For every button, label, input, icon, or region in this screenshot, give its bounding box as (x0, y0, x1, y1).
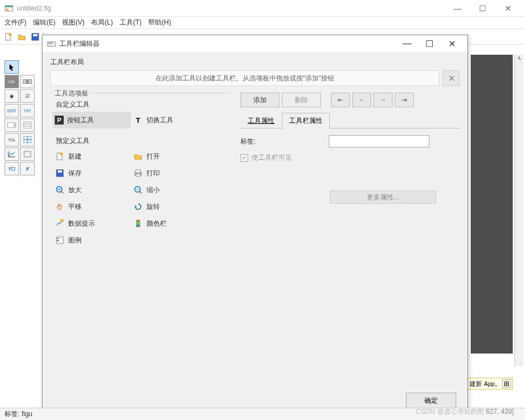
tool-item-open[interactable]: 打开 (131, 148, 209, 165)
svg-rect-42 (57, 240, 59, 241)
layout-drop-area[interactable]: 在此添加工具以创建工具栏。从选项板中拖放或按"添加"按钮 (50, 70, 439, 86)
app-icon (4, 4, 13, 13)
slider-tool-icon[interactable] (20, 75, 35, 88)
tool-item-save[interactable]: 保存 (53, 165, 131, 182)
datatip-icon (55, 218, 65, 228)
svg-rect-23 (50, 42, 52, 44)
watermark: CSDN @虚心求知的熊 627, 439] (416, 407, 514, 417)
print-icon (133, 168, 143, 178)
toggle-icon: T (133, 115, 143, 125)
tool-palette: OK ◉ ☑ EDIT TXT TGL T☐ X (4, 60, 38, 175)
panel-tool-icon[interactable] (20, 147, 35, 161)
menu-file[interactable]: 文件(F) (4, 18, 26, 27)
svg-line-32 (62, 192, 63, 193)
move-first-icon[interactable]: ⇤ (331, 93, 350, 107)
button-group-icon[interactable]: T☐ (4, 162, 19, 175)
toolbar-editor-dialog: 工具栏编辑器 — ☐ ✕ 工具栏布局 在此添加工具以创建工具栏。从选项板中拖放或… (42, 35, 468, 414)
vertical-scrollbar[interactable]: ∧ (514, 55, 523, 366)
dialog-maximize-button[interactable]: ☐ (418, 36, 441, 51)
checkbox-tool-icon[interactable]: ☑ (20, 89, 35, 103)
predef-tools-label: 预定义工具 (53, 134, 227, 148)
activex-tool-icon[interactable]: X (20, 162, 35, 175)
open-file-icon[interactable] (16, 31, 28, 43)
tool-item-pan[interactable]: 平移 (53, 198, 131, 215)
svg-rect-10 (13, 122, 16, 128)
svg-rect-8 (26, 79, 29, 84)
menu-layout[interactable]: 布局(L) (91, 18, 113, 27)
ok-button[interactable]: 确定 (406, 393, 456, 408)
tool-item-print[interactable]: 打印 (131, 165, 209, 182)
hint-text: 建新 App。 (470, 380, 501, 388)
close-button[interactable]: ✕ (495, 0, 521, 17)
move-left-icon[interactable]: ← (352, 93, 371, 107)
svg-rect-39 (136, 220, 140, 227)
pointer-tool-icon[interactable] (4, 60, 19, 74)
ok-button-tool-icon[interactable]: OK (4, 75, 19, 88)
move-last-icon[interactable]: ⇥ (395, 93, 414, 107)
hint-expand-icon[interactable]: ⊞ (502, 379, 511, 388)
dialog-minimize-button[interactable]: — (396, 36, 418, 51)
open-icon (133, 151, 143, 161)
svg-rect-29 (136, 170, 140, 173)
tool-item-toggle[interactable]: T 切换工具 (131, 112, 209, 128)
visible-label: 使工具栏可见 (252, 153, 292, 163)
svg-rect-41 (57, 238, 59, 239)
delete-button[interactable]: 删除 (282, 93, 321, 107)
tab-toolbar-properties[interactable]: 工具栏属性 (282, 113, 330, 128)
canvas-area[interactable] (471, 55, 513, 354)
svg-rect-20 (25, 152, 30, 156)
radio-tool-icon[interactable]: ◉ (4, 89, 19, 103)
save-icon (55, 168, 65, 178)
layout-clear-button[interactable]: ✕ (443, 70, 460, 86)
menu-view[interactable]: 视图(V) (62, 18, 84, 27)
tab-tool-properties[interactable]: 工具属性 (240, 113, 282, 128)
dialog-titlebar: 工具栏编辑器 — ☐ ✕ (42, 35, 467, 52)
layout-section-label: 工具栏布局 (50, 58, 460, 67)
listbox-tool-icon[interactable] (20, 118, 35, 132)
tool-item-legend[interactable]: 图例 (53, 232, 131, 249)
maximize-button[interactable]: ☐ (470, 0, 495, 17)
svg-point-4 (9, 33, 12, 36)
axes-tool-icon[interactable] (4, 147, 19, 161)
text-tool-icon[interactable]: TXT (20, 104, 35, 117)
main-titlebar: untitled2.fig — ☐ ✕ (0, 0, 525, 17)
new-file-icon[interactable] (2, 31, 15, 43)
tool-item-colorbar[interactable]: 颜色栏 (131, 215, 209, 232)
move-right-icon[interactable]: → (373, 93, 392, 107)
tool-item-zoomout[interactable]: 缩小 (131, 182, 209, 198)
colorbar-icon (133, 218, 143, 228)
svg-rect-2 (6, 8, 8, 11)
svg-rect-22 (48, 42, 50, 44)
new-icon (55, 151, 65, 161)
tool-item-datatip[interactable]: 数据提示 (53, 215, 131, 232)
pushbutton-icon: P (55, 116, 64, 125)
visible-checkbox[interactable]: ✓ (240, 154, 248, 162)
menu-tools[interactable]: 工具(T) (120, 18, 141, 27)
tool-item-rotate[interactable]: 旋转 (131, 198, 209, 215)
rotate-icon (133, 202, 143, 212)
svg-rect-38 (60, 219, 63, 222)
menu-help[interactable]: 帮助(H) (148, 18, 171, 27)
add-button[interactable]: 添加 (240, 93, 280, 107)
zoom-in-icon (55, 185, 65, 195)
tool-item-zoomin[interactable]: 放大 (53, 182, 131, 198)
edit-tool-icon[interactable]: EDIT (4, 104, 19, 117)
svg-point-25 (60, 153, 63, 156)
label-input[interactable] (329, 135, 429, 147)
dialog-icon (47, 39, 56, 48)
more-properties-button[interactable]: 更多属性... (330, 190, 436, 204)
menu-edit[interactable]: 编辑(E) (33, 18, 55, 27)
svg-line-36 (140, 192, 141, 193)
tool-item-new[interactable]: 新建 (53, 148, 131, 165)
tool-item-pushbutton[interactable]: P 按钮工具 (53, 112, 131, 128)
minimize-button[interactable]: — (445, 0, 470, 17)
status-label: 标签: figu (4, 409, 32, 419)
svg-rect-11 (23, 122, 31, 128)
svg-rect-1 (5, 6, 13, 7)
toggle-tool-icon[interactable]: TGL (4, 133, 19, 146)
table-tool-icon[interactable] (20, 133, 35, 146)
dialog-close-button[interactable]: ✕ (441, 36, 463, 51)
label-property-label: 标签: (240, 137, 268, 146)
popup-tool-icon[interactable] (4, 118, 19, 132)
save-file-icon[interactable] (29, 31, 41, 43)
